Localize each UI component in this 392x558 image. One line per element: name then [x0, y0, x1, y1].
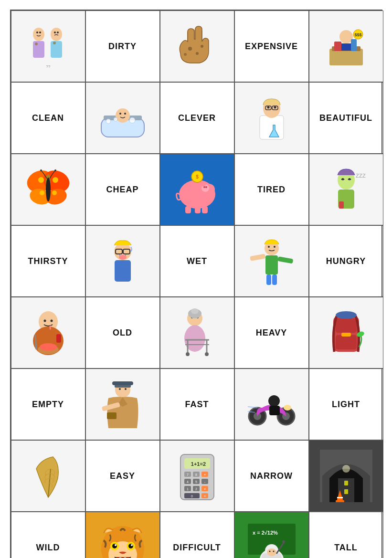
svg-point-15 — [201, 45, 203, 48]
word-heavy: HEAVY — [256, 328, 287, 338]
label-beautiful: BEAUTIFUL — [309, 82, 383, 154]
svg-point-96 — [191, 308, 199, 314]
svg-text:5: 5 — [195, 480, 197, 484]
image-calculator: 1+1=2 7 8 + 4 5 - 1 2 × 0 — [160, 440, 234, 512]
svg-rect-80 — [250, 254, 265, 261]
svg-point-14 — [196, 52, 199, 55]
image-thirsty-person — [85, 225, 160, 297]
svg-rect-156 — [337, 497, 343, 498]
label-wild: WILD — [11, 512, 85, 558]
label-wet: WET — [160, 225, 234, 297]
svg-point-9 — [57, 32, 59, 33]
svg-point-59 — [205, 186, 207, 188]
image-tired-person: zzz — [309, 154, 383, 225]
image-scientist — [234, 82, 309, 154]
word-cheap: CHEAP — [106, 185, 138, 195]
word-wet: WET — [187, 256, 207, 266]
image-dirty-couple: ?? — [11, 11, 85, 82]
svg-point-177 — [267, 548, 276, 556]
svg-line-90 — [35, 335, 36, 349]
svg-rect-153 — [344, 481, 348, 485]
svg-point-103 — [205, 352, 209, 356]
svg-rect-62 — [195, 206, 201, 213]
label-fast: FAST — [160, 368, 234, 440]
label-cheap: CHEAP — [85, 154, 160, 225]
svg-rect-82 — [266, 274, 271, 285]
main-grid: ?? DIRTY EXPENSIVE — [10, 10, 382, 558]
word-thirsty: THIRSTY — [28, 256, 68, 266]
word-expensive: EXPENSIVE — [245, 42, 298, 52]
image-dirty-hands — [160, 11, 234, 82]
svg-rect-154 — [344, 489, 348, 494]
image-old-lady — [160, 297, 234, 368]
image-eating-man — [11, 297, 85, 368]
svg-point-86 — [50, 320, 53, 322]
svg-point-178 — [269, 551, 270, 552]
svg-rect-106 — [336, 335, 357, 349]
svg-text:$: $ — [196, 174, 199, 179]
svg-rect-105 — [336, 318, 357, 333]
svg-point-4 — [39, 32, 41, 33]
svg-point-8 — [54, 32, 56, 33]
svg-point-164 — [115, 544, 117, 546]
svg-rect-75 — [115, 260, 131, 282]
svg-rect-1 — [33, 41, 44, 58]
svg-rect-123 — [269, 406, 280, 415]
image-backpack — [309, 297, 383, 368]
word-tall: TALL — [334, 543, 358, 553]
svg-rect-17 — [329, 49, 363, 65]
word-wild: WILD — [36, 543, 60, 553]
svg-point-35 — [267, 106, 269, 109]
label-difficult: DIFFICULT — [160, 512, 234, 558]
svg-text:x = 2√12%: x = 2√12% — [253, 530, 278, 536]
svg-rect-81 — [277, 256, 293, 263]
svg-text:+: + — [203, 473, 205, 476]
svg-point-162 — [112, 544, 117, 548]
image-expensive-shop: $$$ — [309, 11, 383, 82]
svg-point-36 — [274, 106, 276, 109]
svg-point-58 — [203, 186, 205, 188]
image-hungry-child — [234, 225, 309, 297]
image-tunnel — [309, 440, 383, 512]
image-butterfly — [11, 154, 85, 225]
svg-point-74 — [119, 255, 127, 260]
svg-point-31 — [114, 117, 117, 121]
word-easy: EASY — [110, 471, 135, 481]
label-old: OLD — [85, 297, 160, 368]
word-dirty: DIRTY — [108, 42, 137, 52]
label-empty: EMPTY — [11, 368, 85, 440]
svg-point-163 — [128, 544, 133, 548]
svg-text:0: 0 — [191, 495, 193, 498]
label-easy: EASY — [85, 440, 160, 512]
svg-point-78 — [274, 246, 275, 248]
word-tired: TIRED — [257, 185, 286, 195]
svg-rect-107 — [341, 333, 351, 337]
label-clever: CLEVER — [160, 82, 234, 154]
svg-point-28 — [119, 113, 121, 115]
svg-point-85 — [43, 320, 46, 322]
svg-point-46 — [40, 190, 44, 195]
svg-point-181 — [282, 540, 285, 543]
word-clever: CLEVER — [178, 113, 216, 123]
svg-rect-63 — [202, 206, 208, 213]
svg-point-179 — [273, 551, 274, 552]
label-light: LIGHT — [309, 368, 383, 440]
svg-text:zzz: zzz — [356, 171, 366, 179]
svg-rect-21 — [334, 42, 341, 51]
svg-point-49 — [46, 178, 51, 201]
svg-point-108 — [336, 311, 357, 319]
word-clean: CLEAN — [32, 113, 64, 123]
image-feather — [11, 440, 85, 512]
svg-rect-83 — [272, 274, 277, 285]
word-light: LIGHT — [332, 400, 360, 410]
image-math-teacher: x = 2√12% — [234, 512, 309, 558]
svg-point-16 — [184, 53, 187, 56]
svg-rect-91 — [56, 334, 61, 343]
word-narrow: NARROW — [250, 471, 293, 481]
svg-text:=: = — [203, 495, 205, 498]
svg-point-19 — [339, 30, 353, 43]
svg-point-10 — [35, 42, 38, 45]
svg-point-77 — [268, 246, 270, 248]
word-old: OLD — [113, 328, 132, 338]
svg-text:4: 4 — [187, 480, 189, 484]
